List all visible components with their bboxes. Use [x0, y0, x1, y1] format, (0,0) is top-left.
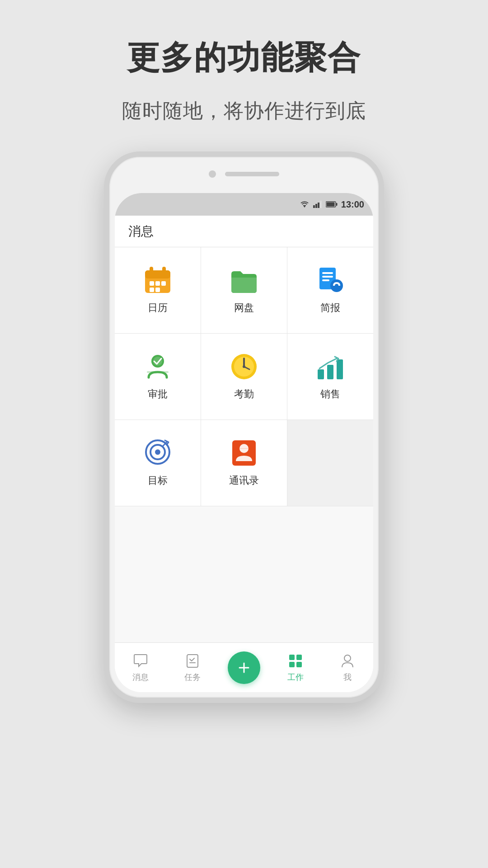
svg-marker-0 — [303, 205, 306, 208]
folder-icon — [230, 266, 258, 295]
grid-row-3: 目标 通讯录 — [115, 420, 373, 506]
phone-notch — [209, 170, 279, 178]
message-nav-icon — [132, 653, 149, 669]
contacts-icon — [230, 439, 258, 467]
grid-cell-contacts[interactable]: 通讯录 — [201, 420, 287, 506]
message-nav-label: 消息 — [132, 672, 149, 683]
report-icon — [316, 266, 345, 295]
target-icon — [143, 439, 172, 467]
svg-rect-4 — [320, 201, 322, 208]
signal-icon — [313, 200, 322, 208]
grid-row-2: 审批 考勤 — [115, 334, 373, 420]
task-nav-label: 任务 — [184, 672, 201, 683]
phone-speaker — [225, 172, 279, 176]
svg-point-30 — [243, 365, 245, 368]
page-title: 更多的功能聚合 — [127, 36, 361, 80]
svg-rect-13 — [155, 281, 160, 286]
grid-content: 日历 网盘 — [115, 247, 373, 642]
report-label: 简报 — [320, 301, 340, 315]
profile-nav-label: 我 — [343, 672, 352, 683]
bottom-nav: 消息 任务 — [115, 642, 373, 692]
grid-cell-target[interactable]: 目标 — [115, 420, 201, 506]
folder-label: 网盘 — [234, 301, 254, 315]
svg-rect-15 — [150, 288, 154, 292]
page-subtitle: 随时随地，将协作进行到底 — [122, 98, 366, 124]
svg-rect-6 — [336, 203, 337, 206]
svg-rect-11 — [162, 267, 166, 274]
svg-rect-31 — [318, 369, 324, 379]
plus-button[interactable] — [228, 651, 260, 684]
svg-rect-9 — [145, 270, 170, 278]
sales-icon — [316, 352, 345, 381]
svg-rect-7 — [326, 203, 334, 207]
svg-rect-32 — [327, 365, 333, 379]
svg-rect-44 — [289, 655, 295, 660]
nav-item-message[interactable]: 消息 — [115, 653, 166, 683]
battery-icon — [326, 201, 338, 208]
work-nav-icon — [287, 653, 304, 669]
app-header-title: 消息 — [128, 223, 154, 240]
svg-rect-1 — [313, 205, 315, 208]
attendance-icon — [230, 352, 258, 381]
phone-frame: 13:00 消息 — [104, 151, 384, 703]
phone-camera — [209, 170, 216, 178]
svg-rect-47 — [296, 662, 302, 667]
grid-cell-empty — [287, 420, 373, 506]
calendar-label: 日历 — [148, 301, 168, 315]
svg-rect-46 — [289, 662, 295, 667]
work-nav-label: 工作 — [287, 672, 304, 683]
svg-rect-2 — [315, 204, 317, 208]
svg-point-48 — [344, 655, 351, 661]
svg-rect-33 — [337, 359, 343, 379]
grid-cell-calendar[interactable]: 日历 — [115, 247, 201, 333]
app-header: 消息 — [115, 216, 373, 247]
status-time: 13:00 — [341, 199, 364, 210]
nav-item-plus[interactable] — [218, 651, 270, 684]
svg-rect-40 — [187, 655, 198, 667]
contacts-label: 通讯录 — [229, 474, 259, 487]
svg-rect-10 — [150, 267, 153, 274]
approve-icon — [143, 352, 172, 381]
status-bar: 13:00 — [115, 193, 373, 216]
calendar-icon — [143, 266, 172, 295]
nav-item-work[interactable]: 工作 — [270, 653, 321, 683]
svg-point-36 — [155, 449, 160, 455]
phone-screen: 13:00 消息 — [115, 193, 373, 692]
grid-cell-report[interactable]: 简报 — [287, 247, 373, 333]
sales-label: 销售 — [320, 387, 340, 401]
grid-cell-folder[interactable]: 网盘 — [201, 247, 287, 333]
svg-rect-12 — [150, 281, 154, 286]
svg-rect-14 — [161, 281, 166, 286]
nav-item-task[interactable]: 任务 — [166, 653, 218, 683]
grid-cell-approve[interactable]: 审批 — [115, 334, 201, 420]
svg-rect-18 — [322, 272, 333, 274]
nav-item-profile[interactable]: 我 — [322, 653, 373, 683]
plus-icon — [236, 660, 252, 676]
phone-mockup: 13:00 消息 — [104, 151, 384, 703]
svg-rect-3 — [318, 203, 319, 208]
target-label: 目标 — [148, 474, 168, 487]
wifi-icon — [300, 200, 310, 208]
svg-rect-19 — [322, 276, 333, 278]
svg-rect-20 — [322, 279, 329, 281]
profile-nav-icon — [339, 653, 356, 669]
svg-rect-45 — [296, 655, 302, 660]
grid-cell-sales[interactable]: 销售 — [287, 334, 373, 420]
grid-cell-attendance[interactable]: 考勤 — [201, 334, 287, 420]
approve-label: 审批 — [148, 387, 168, 401]
grid-row-1: 日历 网盘 — [115, 247, 373, 334]
phone-side-button — [381, 256, 384, 292]
svg-rect-16 — [155, 288, 160, 292]
task-nav-icon — [184, 653, 201, 669]
attendance-label: 考勤 — [234, 387, 254, 401]
svg-point-22 — [335, 284, 338, 288]
